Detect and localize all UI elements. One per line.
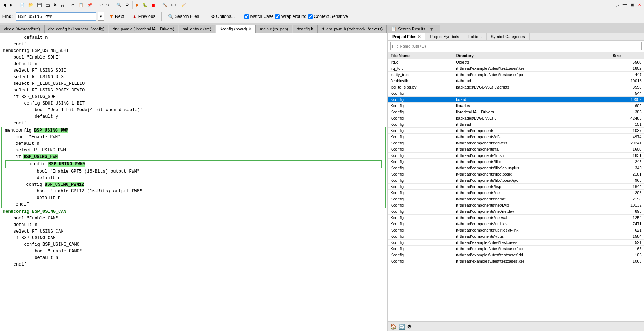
toolbar-debug-btn[interactable]: 🐛 [141,2,149,8]
file-table-row[interactable]: Kconfigrt-thread\components\net\sal1254 [388,215,644,221]
file-table-row[interactable]: jpg_to_sjpg.pypackages\LVGL-v8.3.5\scrip… [388,84,644,90]
file-table-row[interactable]: Kconfigrt-thread\components1037 [388,128,644,134]
context-sensitive-checkbox[interactable] [308,14,313,19]
tab-search-results[interactable]: 📋 Search Results ▼ [387,25,440,33]
file-table-row[interactable]: Kconfigrt-thread\components\utilities747… [388,221,644,227]
code-line-23: bool "Enable GPT5 (16-Bits) output PWM" [2,168,385,175]
tab-drv-config[interactable]: drv_config.h (libraries\...\config) [44,25,108,33]
refresh-icon-btn[interactable]: 🔄 [399,324,405,330]
right-tab-project-symbols[interactable]: Project Symbols [425,33,464,40]
file-table-row[interactable]: Kconfigrt-thread\components\utilities\rt… [388,227,644,233]
toolbar-save-btn[interactable]: 💾 [36,2,44,8]
file-table-row[interactable]: irq.oObjects5560 [388,59,644,65]
file-search-input[interactable] [390,42,642,50]
toolbar-right2-btn[interactable]: ≡≡ [621,2,629,8]
file-size-cell: 1831 [610,153,644,159]
tab-main[interactable]: main.c (ra_gen) [256,25,292,33]
tab-vice[interactable]: vice.c (rt-thread\src) [0,25,44,33]
file-table-row[interactable]: irq_tc.crt-thread\examples\utest\testcas… [388,65,644,72]
file-table-row[interactable]: Jenkinsfilert-thread10018 [388,78,644,84]
toolbar-close-btn[interactable]: ✖ [52,2,58,8]
toolbar-more-btn[interactable]: ⚙ [124,2,130,8]
toolbar-right1-btn[interactable]: +/- [613,2,620,8]
settings-icon-btn[interactable]: ⚙ [407,324,412,330]
tab-kconfig-close-icon[interactable]: ✕ [249,27,252,31]
toolbar-run-btn[interactable]: ▶ [134,2,140,8]
file-table-row[interactable]: Kconfigrt-thread\components\fal1600 [388,146,644,153]
file-table-row[interactable]: Kconfigrt-thread\components\net208 [388,190,644,196]
toolbar-paste-btn[interactable]: 📌 [86,2,94,8]
file-table-row[interactable]: Kconfigrt-thread\examples\utest\testcase… [388,252,644,258]
col-size[interactable]: Size [610,52,644,59]
file-table-row[interactable]: Kconfigrt-thread\components\vbus1584 [388,233,644,240]
toolbar-find-btn[interactable]: 🔍 [115,2,123,8]
file-table-row[interactable]: Kconfigrt-thread\examples\utest\testcase… [388,240,644,246]
col-directory[interactable]: Directory [454,52,610,59]
file-table-row[interactable]: isatty_tc.crt-thread\examples\utest\test… [388,72,644,78]
file-table[interactable]: File Name Directory Size irq.oObjects556… [388,52,644,321]
file-table-row[interactable]: Kconfigrt-thread\components\libc\posix\i… [388,177,644,184]
toolbar-clean-btn[interactable]: 🧹 [180,2,188,8]
file-table-row[interactable]: Kconfigrt-thread\components\libc\posix21… [388,171,644,177]
tab-drv-pwm[interactable]: drv_pwm.c (libraries\HAL_Drivers) [109,25,178,33]
file-table-row-selected[interactable]: Kconfigboard10902 [388,97,644,103]
toolbar-new-btn[interactable]: 📄 [18,2,26,8]
right-tab-project-files-close-icon[interactable]: ✕ [418,35,421,39]
file-table-row[interactable]: Kconfiglibraries602 [388,103,644,109]
prev-button[interactable]: ▲ Previous [129,12,159,21]
toolbar-save-all-btn[interactable]: 🗃 [44,2,51,8]
file-table-row[interactable]: Kconfig544 [388,90,644,97]
toolbar-back-btn[interactable]: ◀ [1,2,7,8]
file-table-row[interactable]: Kconfigrt-thread\components\net\netdev89… [388,208,644,215]
toolbar-forward-btn[interactable]: ▶ [8,2,14,8]
file-table-row[interactable]: Kconfigrt-thread\components\libc246 [388,159,644,165]
file-table-row[interactable]: Kconfigrt-thread\examples\utest\testcase… [388,246,644,252]
file-table-row[interactable]: Kconfigrt-thread\components\drivers29241 [388,140,644,146]
code-editor[interactable]: default n endif menuconfig BSP_USING_SDH… [0,33,388,331]
findbar-input[interactable] [16,12,96,21]
toolbar-redo-btn[interactable]: ↪ [105,2,111,8]
file-table-row[interactable]: Kconfiglibraries\HAL_Drivers383 [388,109,644,115]
toolbar-cut-btn[interactable]: ✂ [70,2,76,8]
code-line-17: menuconfig BSP_USING_PWM [2,127,385,134]
findbar-dropdown-btn[interactable]: ▼ [98,12,104,21]
file-dir-cell: rt-thread\components [454,128,610,134]
context-sensitive-check[interactable]: Context Sensitive [308,14,348,19]
file-table-row[interactable]: Kconfigrt-thread\components\finsh1831 [388,153,644,159]
right-tab-folders[interactable]: Folders [464,33,487,40]
match-case-checkbox[interactable] [244,14,249,19]
file-table-row[interactable]: Kconfigrt-thread\components\net\lwip1013… [388,202,644,208]
file-table-row[interactable]: Kconfigrt-thread\components\libc\cpluspl… [388,165,644,171]
match-case-check[interactable]: Match Case [244,14,273,19]
home-icon-btn[interactable]: 🏠 [390,324,397,330]
search-files-button[interactable]: 🔍 Search Files... [165,12,206,21]
tab-rtconfig[interactable]: rtconfig.h [293,25,317,33]
wrap-around-check[interactable]: Wrap Around [275,14,306,19]
file-table-row[interactable]: Kconfigrt-thread\examples\utest\testcase… [388,258,644,264]
tab-search-results-dropdown-icon[interactable]: ▼ [427,26,436,32]
file-dir-cell: rt-thread\components\libc\posix\ipc [454,177,610,184]
toolbar-print-btn[interactable]: 🖨 [59,2,66,8]
file-table-row[interactable]: Kconfigrt-thread151 [388,121,644,128]
toolbar-close-win-btn[interactable]: ✕ [636,2,643,8]
right-tab-project-files[interactable]: Project Files ✕ [388,33,425,40]
file-size-cell: 208 [610,190,644,196]
toolbar-copy-btn[interactable]: 📋 [77,2,85,8]
file-table-row[interactable]: Kconfigpackages\LVGL-v8.3.542485 [388,115,644,121]
toolbar-build-btn[interactable]: 🔨 [161,2,169,8]
options-button[interactable]: ⚙ Options... [208,12,238,21]
file-table-row[interactable]: Kconfigrt-thread\components\net\at2198 [388,196,644,202]
toolbar-stop-btn[interactable]: ⏹ [150,2,157,8]
tab-kconfig-board[interactable]: Kconfig (board) ✕ [216,25,256,33]
toolbar-undo-btn[interactable]: ↩ [98,2,104,8]
tab-rt-drv-pwm[interactable]: rt_drv_pwm.h (rt-thread\...\drivers) [317,25,387,33]
file-table-row[interactable]: Kconfigrt-thread\components\lwp1644 [388,184,644,190]
tab-hal-entry[interactable]: hal_entry.c (src) [179,25,215,33]
wrap-around-checkbox[interactable] [275,14,280,19]
right-tab-symbol-categories[interactable]: Symbol Categories [487,33,530,40]
next-button[interactable]: ▼ Next [105,12,127,21]
toolbar-open-btn[interactable]: 📂 [27,2,35,8]
col-filename[interactable]: File Name [388,52,454,59]
file-table-row[interactable]: Kconfigrt-thread\components\dfs4974 [388,134,644,140]
toolbar-right3-btn[interactable]: ⊞ [629,2,636,8]
